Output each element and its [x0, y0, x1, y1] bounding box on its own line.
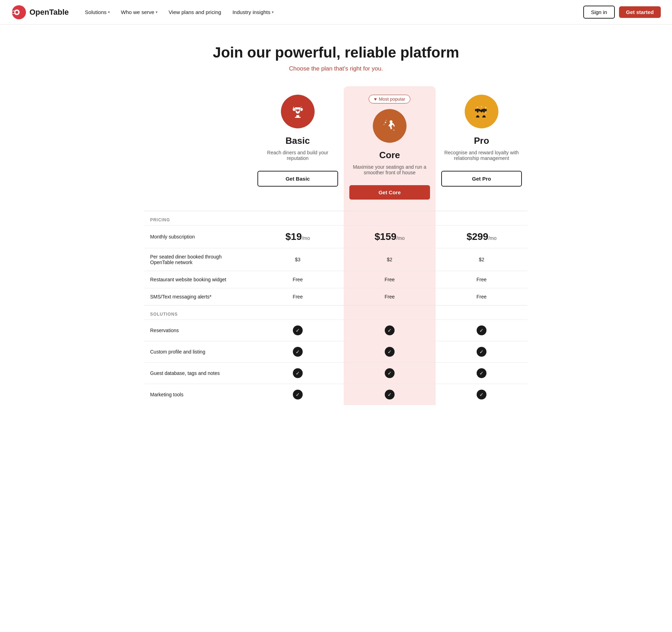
check-icon: ✓ [477, 390, 486, 399]
solutions-label-pro [436, 305, 527, 320]
price-main: $159 [375, 231, 396, 242]
solutions-label: SOLUTIONS [145, 305, 252, 320]
core-plan-name: Core [349, 150, 430, 161]
check-icon: ✓ [385, 325, 395, 335]
hero-subtitle: Choose the plan that's right for you. [11, 65, 661, 72]
check-icon: ✓ [293, 390, 303, 399]
svg-point-13 [393, 130, 394, 131]
svg-point-19 [485, 107, 486, 108]
basic-plan-icon [281, 95, 315, 128]
most-popular-label: Most popular [379, 96, 405, 102]
basic-plan-header: Basic Reach diners and build your reputa… [252, 86, 344, 211]
basic-plan-desc: Reach diners and build your reputation [257, 150, 338, 164]
pricing-data-row: Restaurant website booking widgetFreeFre… [145, 271, 527, 288]
feature-label: Marketing tools [145, 384, 252, 405]
svg-point-12 [384, 124, 384, 125]
nav-items: Solutions ▾ Who we serve ▾ View plans an… [80, 6, 580, 18]
value-cell: ✓ [252, 320, 344, 341]
check-icon: ✓ [293, 368, 303, 378]
nav-actions: Sign in Get started [583, 6, 661, 19]
pricing-data-row: Per seated diner booked through OpenTabl… [145, 248, 527, 271]
value-cell: Free [252, 288, 344, 305]
feature-label: Monthly subscription [145, 226, 252, 248]
solutions-data-row: Custom profile and listing✓✓✓ [145, 341, 527, 363]
chevron-down-icon: ▾ [156, 10, 157, 14]
get-core-button[interactable]: Get Core [349, 185, 430, 200]
check-icon: ✓ [385, 347, 395, 357]
svg-point-2 [15, 11, 18, 14]
value-cell: $2 [344, 248, 436, 271]
basic-plan-card: Basic Reach diners and build your reputa… [252, 86, 344, 198]
pricing-label: PRICING [145, 211, 252, 226]
pricing-label-core [344, 211, 436, 226]
pricing-section-label-row: PRICING [145, 211, 527, 226]
pro-plan-name: Pro [441, 135, 522, 146]
hero-section: Join our powerful, reliable platform Cho… [0, 25, 672, 86]
feature-label: Guest database, tags and notes [145, 363, 252, 384]
feature-label: Custom profile and listing [145, 341, 252, 363]
check-icon: ✓ [385, 390, 395, 399]
check-icon: ✓ [477, 347, 486, 357]
price-sub: /mo [488, 235, 496, 241]
basic-plan-name: Basic [257, 135, 338, 146]
value-cell: Free [436, 271, 527, 288]
navbar: OpenTable Solutions ▾ Who we serve ▾ Vie… [0, 0, 672, 25]
pricing-data-row: SMS/Text messaging alerts*FreeFreeFree [145, 288, 527, 305]
basic-icon-svg [289, 102, 307, 121]
solutions-data-row: Marketing tools✓✓✓ [145, 384, 527, 405]
chevron-down-icon: ▾ [272, 10, 274, 14]
check-icon: ✓ [385, 368, 395, 378]
value-cell: ✓ [344, 341, 436, 363]
logo-text: OpenTable [29, 8, 69, 17]
pricing-table-body: PRICING Monthly subscription$19/mo$159/m… [145, 211, 527, 405]
svg-point-3 [12, 11, 15, 14]
get-pro-button[interactable]: Get Pro [441, 171, 522, 187]
nav-item-who-we-serve[interactable]: Who we serve ▾ [116, 6, 162, 18]
feature-label: Reservations [145, 320, 252, 341]
opentable-logo-icon [11, 5, 27, 20]
value-cell: ✓ [252, 384, 344, 405]
solutions-label-core [344, 305, 436, 320]
price-sub: /mo [396, 235, 404, 241]
pricing-label-basic [252, 211, 344, 226]
pricing-label-pro [436, 211, 527, 226]
nav-item-solutions[interactable]: Solutions ▾ [80, 6, 115, 18]
chevron-down-icon: ▾ [108, 10, 110, 14]
nav-item-pricing[interactable]: View plans and pricing [164, 6, 226, 18]
svg-point-20 [481, 106, 482, 107]
value-cell: ✓ [436, 384, 527, 405]
svg-point-21 [485, 113, 486, 113]
feature-label: Restaurant website booking widget [145, 271, 252, 288]
feature-col-header [145, 86, 252, 211]
pricing-data-row: Monthly subscription$19/mo$159/mo$299/mo [145, 226, 527, 248]
price-main: $299 [466, 231, 488, 242]
nav-item-industry-insights[interactable]: Industry insights ▾ [228, 6, 278, 18]
core-plan-desc: Maximise your seatings and run a smoothe… [349, 164, 430, 178]
check-icon: ✓ [293, 325, 303, 335]
value-cell: ✓ [252, 341, 344, 363]
get-basic-button[interactable]: Get Basic [257, 171, 338, 187]
signin-button[interactable]: Sign in [583, 6, 615, 19]
pro-plan-card: Pro Recognise and reward loyalty with re… [436, 86, 527, 198]
value-cell: ✓ [436, 341, 527, 363]
svg-point-10 [385, 122, 386, 123]
logo[interactable]: OpenTable [11, 5, 69, 20]
hero-title: Join our powerful, reliable platform [11, 44, 661, 61]
value-cell: ✓ [344, 363, 436, 384]
value-cell: $159/mo [344, 226, 436, 248]
value-cell: Free [252, 271, 344, 288]
value-cell: $299/mo [436, 226, 527, 248]
getstarted-button[interactable]: Get started [619, 6, 661, 18]
pro-icon-svg [472, 102, 491, 121]
check-icon: ✓ [293, 347, 303, 357]
pricing-table: Basic Reach diners and build your reputa… [145, 86, 527, 405]
svg-point-18 [477, 107, 478, 108]
pro-plan-desc: Recognise and reward loyalty with relati… [441, 150, 522, 164]
price-sub: /mo [302, 235, 310, 241]
value-cell: ✓ [436, 363, 527, 384]
pro-plan-header: Pro Recognise and reward loyalty with re… [436, 86, 527, 211]
plan-header-row: Basic Reach diners and build your reputa… [145, 86, 527, 211]
feature-label: SMS/Text messaging alerts* [145, 288, 252, 305]
core-icon-svg [381, 117, 399, 135]
pro-plan-icon [465, 95, 498, 128]
